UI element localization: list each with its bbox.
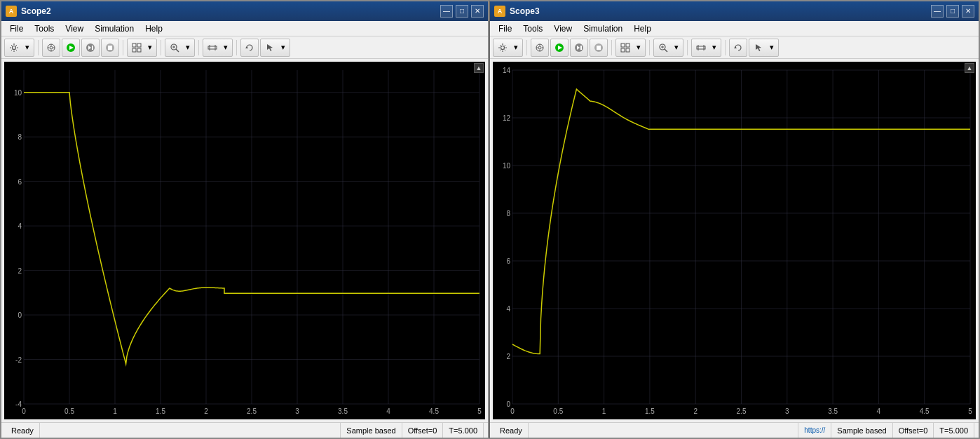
svg-point-28 bbox=[538, 46, 541, 49]
scope2-status-ready: Ready bbox=[6, 423, 40, 438]
scope3-tb-settings[interactable] bbox=[495, 40, 510, 55]
scope3-tb-layout-dropdown[interactable]: ▾ bbox=[634, 40, 644, 55]
scope2-tb-stop[interactable] bbox=[101, 39, 119, 57]
scope2-tb-step[interactable] bbox=[81, 39, 100, 57]
scope2-tb-cursor-dropdown[interactable]: ▾ bbox=[278, 40, 288, 55]
svg-point-2 bbox=[50, 46, 53, 49]
scope3-tb-group1: ▾ bbox=[493, 39, 523, 57]
scope2-tb-layout[interactable] bbox=[129, 40, 144, 55]
scope3-close-button[interactable]: ✕ bbox=[962, 5, 974, 18]
scope2-window-controls: — □ ✕ bbox=[440, 5, 484, 18]
scope3-menu-view[interactable]: View bbox=[548, 22, 578, 35]
scope3-menu-file[interactable]: File bbox=[493, 22, 517, 35]
scope3-tb-target[interactable] bbox=[531, 39, 549, 57]
scope2-tb-axes-dropdown[interactable]: ▾ bbox=[221, 40, 231, 55]
scope2-tb-group3: ▾ bbox=[165, 39, 195, 57]
scope3-tb-group4: ▾ bbox=[691, 39, 721, 57]
scope2-title-left: A Scope2 bbox=[6, 6, 51, 17]
scope2-tb-group2: ▾ bbox=[127, 39, 157, 57]
scope3-window-controls: — □ ✕ bbox=[931, 5, 974, 18]
scope3-status-sample-based: Sample based bbox=[831, 423, 892, 438]
scope3-tb-zoom-dropdown[interactable]: ▾ bbox=[672, 40, 681, 55]
scope2-tb-axes[interactable] bbox=[205, 40, 220, 55]
scope2-sep4 bbox=[198, 40, 199, 55]
svg-rect-15 bbox=[137, 43, 141, 47]
svg-marker-51 bbox=[734, 46, 737, 48]
scope2-close-button[interactable]: ✕ bbox=[471, 5, 484, 18]
scope2-tb-zoom[interactable] bbox=[167, 40, 182, 55]
scope3-sep2 bbox=[611, 40, 612, 55]
scope2-menu-bar: File Tools View Simulation Help bbox=[1, 21, 488, 36]
scope3-corner-btn[interactable]: ▲ bbox=[965, 63, 974, 73]
scope2-menu-file[interactable]: File bbox=[4, 22, 29, 35]
scope2-status-sample-based: Sample based bbox=[341, 423, 402, 438]
scope2-tb-group5: ▾ bbox=[260, 39, 290, 57]
svg-rect-43 bbox=[626, 48, 629, 52]
scope3-tb-axes-dropdown[interactable]: ▾ bbox=[709, 40, 719, 55]
scope2-status-offset: Offset=0 bbox=[402, 423, 444, 438]
scope2-tb-restore[interactable] bbox=[240, 39, 259, 57]
scope3-tb-layout[interactable] bbox=[618, 40, 633, 55]
scope3-title-bar: A Scope3 — □ ✕ bbox=[490, 1, 979, 21]
scope3-menu-tools[interactable]: Tools bbox=[517, 22, 548, 35]
scope3-title-text: Scope3 bbox=[510, 6, 540, 16]
scope2-tb-target[interactable] bbox=[42, 39, 60, 57]
svg-rect-14 bbox=[132, 43, 136, 47]
scope3-menu-simulation[interactable]: Simulation bbox=[578, 22, 628, 35]
scope2-status-time: T=5.000 bbox=[443, 423, 484, 438]
scope3-tb-group3: ▾ bbox=[653, 39, 683, 57]
scope3-minimize-button[interactable]: — bbox=[931, 5, 944, 18]
scope2-toolbar: ▾ ▾ ▾ bbox=[1, 36, 488, 59]
scope2-tb-group1: ▾ bbox=[4, 39, 34, 57]
scope2-title-text: Scope2 bbox=[21, 6, 51, 16]
svg-rect-16 bbox=[132, 48, 136, 52]
scope2-plot-area: ▲ bbox=[1, 59, 488, 422]
scope3-sep4 bbox=[687, 40, 688, 55]
svg-line-19 bbox=[176, 49, 179, 52]
scope3-tb-zoom[interactable] bbox=[655, 40, 671, 55]
svg-point-26 bbox=[501, 46, 505, 49]
scope2-minimize-button[interactable]: — bbox=[440, 5, 453, 18]
scope3-tb-play[interactable] bbox=[550, 39, 569, 57]
scope2-sep5 bbox=[236, 40, 237, 55]
scope2-menu-simulation[interactable]: Simulation bbox=[89, 22, 139, 35]
scope3-status-url: https:// bbox=[798, 423, 831, 438]
svg-point-0 bbox=[13, 46, 16, 49]
scope2-title-bar: A Scope2 — □ ✕ bbox=[1, 1, 488, 21]
scope3-tb-axes[interactable] bbox=[693, 40, 709, 55]
scope2-sep3 bbox=[161, 40, 161, 55]
scope2-sep1 bbox=[38, 40, 39, 55]
scope2-corner-btn[interactable]: ▲ bbox=[474, 63, 484, 73]
svg-rect-40 bbox=[621, 43, 625, 47]
scope2-canvas bbox=[4, 62, 485, 419]
scope3-status-time: T=5.000 bbox=[934, 423, 974, 438]
scope3-menu-help[interactable]: Help bbox=[628, 22, 657, 35]
scope2-tb-zoom-dropdown[interactable]: ▾ bbox=[183, 40, 193, 55]
scope2-tb-cursor[interactable] bbox=[262, 40, 278, 55]
scope2-tb-dropdown[interactable]: ▾ bbox=[22, 40, 32, 55]
scope3-tb-restore[interactable] bbox=[729, 39, 747, 57]
svg-rect-13 bbox=[108, 46, 112, 50]
scope3-maximize-button[interactable]: □ bbox=[946, 5, 959, 18]
scope3-tb-dropdown[interactable]: ▾ bbox=[511, 40, 521, 55]
scope3-tb-step[interactable] bbox=[570, 39, 588, 57]
scope3-menu-bar: File Tools View Simulation Help bbox=[490, 21, 979, 36]
scope3-tb-cursor-dropdown[interactable]: ▾ bbox=[767, 40, 777, 55]
scope2-tb-settings[interactable] bbox=[6, 40, 22, 55]
scope3-tb-stop[interactable] bbox=[590, 39, 608, 57]
scope3-tb-cursor[interactable] bbox=[751, 40, 766, 55]
scope2-menu-help[interactable]: Help bbox=[139, 22, 168, 35]
svg-rect-11 bbox=[92, 46, 93, 50]
svg-rect-42 bbox=[621, 48, 625, 52]
svg-line-45 bbox=[665, 49, 667, 52]
scope3-canvas bbox=[493, 62, 976, 419]
scope2-tb-layout-dropdown[interactable]: ▾ bbox=[145, 40, 155, 55]
scope2-menu-tools[interactable]: Tools bbox=[29, 22, 60, 35]
scope3-window: A Scope3 — □ ✕ File Tools View Simulatio… bbox=[489, 0, 980, 439]
scope2-tb-play[interactable] bbox=[62, 39, 80, 57]
scope3-status-ready: Ready bbox=[494, 423, 529, 438]
scope2-maximize-button[interactable]: □ bbox=[456, 5, 468, 18]
scope2-menu-view[interactable]: View bbox=[60, 22, 89, 35]
scope3-tb-group2: ▾ bbox=[615, 39, 646, 57]
scope2-status-spacer bbox=[40, 423, 341, 438]
